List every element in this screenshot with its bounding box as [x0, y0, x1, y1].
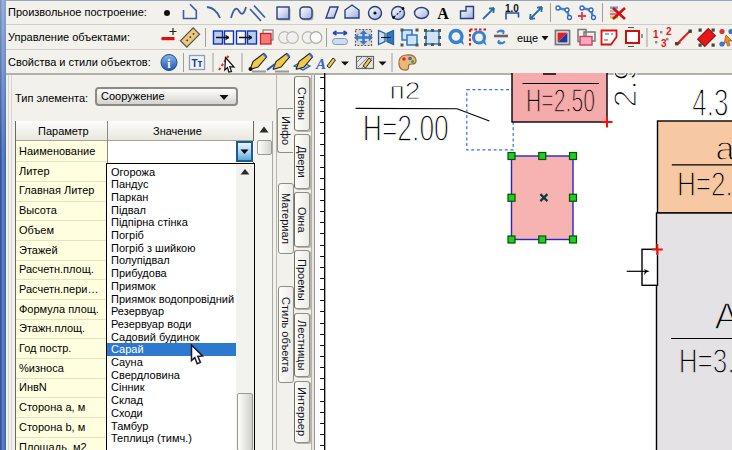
svg-text:2: 2 [666, 26, 672, 37]
svg-text:2.9: 2.9 [607, 73, 643, 108]
svg-text:Н=3.: Н=3. [679, 341, 732, 380]
svg-text:а.: а. [715, 129, 732, 167]
svg-text:Н=2.00: Н=2.00 [363, 108, 449, 149]
svg-text:4.3: 4.3 [692, 82, 728, 124]
svg-text:A: A [437, 5, 449, 22]
svg-text:Н=2.50: Н=2.50 [526, 82, 595, 119]
svg-text:1: 1 [653, 29, 659, 40]
svg-text:Н=2.: Н=2. [677, 164, 732, 203]
svg-text:еще: еще [517, 32, 538, 44]
svg-text:Tт: Tт [191, 58, 202, 69]
svg-text:А: А [715, 296, 732, 337]
svg-text:1.0: 1.0 [505, 3, 519, 14]
svg-text:п2: п2 [389, 77, 420, 104]
svg-text:A: A [315, 56, 326, 72]
